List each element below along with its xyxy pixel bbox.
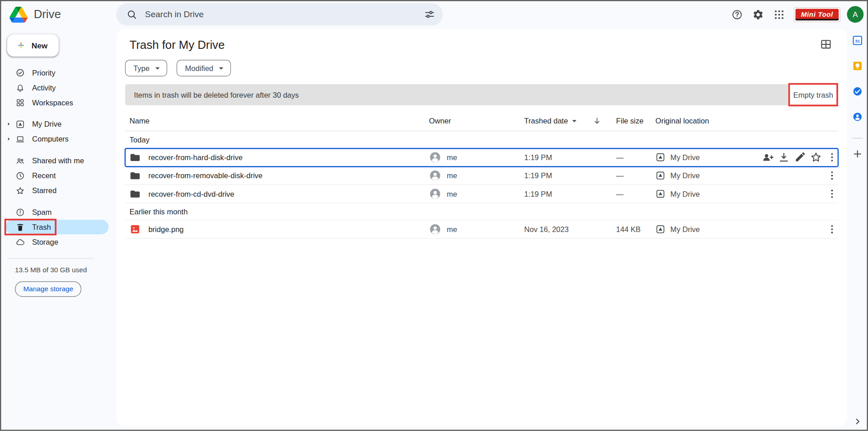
table-body: Todayrecover-from-hard-disk-driveme1:19 … — [125, 131, 838, 239]
search-bar[interactable] — [116, 3, 443, 25]
calendar-icon[interactable]: 31 — [852, 35, 863, 46]
folder-icon — [130, 170, 141, 181]
expand-caret-icon[interactable] — [6, 136, 11, 142]
grid-view-toggle-button[interactable] — [819, 38, 832, 51]
rename-icon[interactable] — [794, 151, 806, 163]
file-name: recover-from-cd-dvd-drive — [148, 189, 234, 198]
spam-icon — [15, 208, 25, 217]
sidebar-item-activity[interactable]: Activity — [5, 81, 108, 95]
sidebar-item-shared-with-me[interactable]: Shared with me — [5, 153, 108, 168]
owner-name: me — [447, 225, 457, 233]
more-options-icon[interactable] — [826, 223, 838, 235]
get-addons-button[interactable] — [852, 148, 863, 159]
file-row[interactable]: recover-from-removable-disk-driveme1:19 … — [125, 167, 838, 185]
sidebar-item-my-drive[interactable]: My Drive — [5, 117, 108, 131]
original-location-name: My Drive — [670, 225, 700, 233]
search-options-button[interactable] — [421, 5, 439, 23]
top-bar-actions: Mini Tool A — [726, 0, 864, 29]
more-options-icon[interactable] — [826, 188, 838, 200]
sidebar-item-workspaces[interactable]: Workspaces — [5, 95, 108, 110]
bell-icon — [15, 83, 25, 92]
new-button[interactable]: New — [7, 34, 59, 57]
type-filter-label: Type — [133, 64, 150, 72]
sidebar-item-label: Storage — [32, 238, 58, 246]
account-avatar[interactable]: A — [847, 6, 863, 23]
storage-usage-text: 13.5 MB of 30 GB used — [15, 266, 116, 274]
star-icon[interactable] — [810, 151, 822, 163]
table-header: Name Owner Trashed date File size Origin… — [125, 111, 838, 131]
sidebar-nav: PriorityActivityWorkspacesMy DriveComput… — [0, 65, 116, 249]
google-apps-button[interactable] — [769, 4, 790, 25]
type-filter-chip[interactable]: Type — [125, 60, 167, 76]
sort-direction-arrow-icon[interactable] — [592, 116, 602, 126]
show-side-panel-button[interactable] — [852, 416, 863, 427]
sidebar-item-computers[interactable]: Computers — [5, 132, 108, 146]
sidebar-item-starred[interactable]: Starred — [5, 183, 108, 198]
google-drive-window: Drive Mini Tool A — [0, 0, 868, 431]
sidebar-item-label: Workspaces — [32, 98, 73, 106]
trashed-date: 1:19 PM — [524, 189, 616, 198]
column-header-trashed-label: Trashed date — [524, 117, 568, 125]
search-button[interactable] — [123, 5, 141, 23]
expand-caret-icon[interactable] — [6, 121, 11, 127]
column-header-owner[interactable]: Owner — [429, 117, 524, 125]
modified-filter-chip[interactable]: Modified — [177, 60, 231, 76]
minitool-extension-badge[interactable]: Mini Tool — [794, 7, 840, 22]
my-drive-location-icon — [656, 224, 665, 234]
sidebar-item-recent[interactable]: Recent — [5, 168, 108, 183]
file-row[interactable]: recover-from-hard-disk-driveme1:19 PM—My… — [125, 148, 838, 166]
column-header-file-size[interactable]: File size — [616, 117, 656, 125]
drive-logo-icon — [9, 6, 28, 23]
sidebar-item-spam[interactable]: Spam — [5, 205, 108, 219]
file-name: recover-from-removable-disk-drive — [148, 171, 263, 180]
top-bar: Drive Mini Tool A — [0, 0, 868, 29]
workspaces-icon — [15, 98, 25, 107]
file-row[interactable]: bridge.pngmeNov 16, 2023144 KBMy Drive — [125, 220, 838, 238]
sidebar-item-trash[interactable]: Trash — [5, 220, 108, 234]
chevron-down-icon — [153, 63, 162, 73]
sidebar-item-storage[interactable]: Storage — [5, 235, 108, 249]
column-header-location-label: Original location — [656, 117, 709, 125]
column-header-name[interactable]: Name — [125, 117, 429, 125]
manage-storage-button[interactable]: Manage storage — [15, 281, 81, 297]
original-location-name: My Drive — [670, 189, 700, 198]
rail-divider — [852, 138, 863, 138]
empty-trash-button[interactable]: Empty trash — [788, 83, 838, 106]
sidebar-item-priority[interactable]: Priority — [5, 65, 108, 80]
trashed-date: Nov 16, 2023 — [524, 225, 616, 233]
right-rail-apps: 31 — [852, 35, 863, 137]
owner-avatar-icon — [429, 170, 441, 182]
more-options-icon[interactable] — [826, 151, 838, 163]
trash-icon — [15, 223, 25, 232]
file-row[interactable]: recover-from-cd-dvd-driveme1:19 PM—My Dr… — [125, 185, 838, 203]
trashed-date: 1:19 PM — [524, 171, 616, 180]
trash-banner-row: Items in trash will be deleted forever a… — [125, 84, 838, 105]
sidebar-divider — [7, 258, 94, 259]
sidebar-item-label: Trash — [32, 223, 51, 231]
settings-button[interactable] — [747, 4, 769, 25]
date-section-label: Today — [125, 131, 838, 148]
date-section-label: Earlier this month — [125, 203, 838, 220]
drive-logo[interactable]: Drive — [9, 0, 61, 29]
column-header-original-location[interactable]: Original location — [656, 117, 754, 125]
add-person-icon[interactable] — [762, 151, 774, 163]
sidebar-item-label: Starred — [32, 186, 57, 194]
owner-avatar-icon — [429, 188, 441, 200]
download-icon[interactable] — [778, 151, 790, 163]
priority-icon — [15, 68, 25, 77]
more-options-icon[interactable] — [826, 170, 838, 182]
keep-icon[interactable] — [852, 60, 863, 71]
folder-icon — [130, 152, 141, 163]
contacts-icon[interactable] — [852, 111, 863, 122]
grid-view-icon — [820, 38, 832, 50]
folder-icon — [130, 188, 141, 199]
file-size: 144 KB — [616, 225, 656, 233]
chevron-right-icon — [852, 416, 863, 427]
help-button[interactable] — [726, 4, 748, 25]
my-drive-location-icon — [656, 171, 665, 180]
sort-caret-icon — [570, 116, 579, 126]
search-input[interactable] — [145, 3, 416, 25]
tasks-icon[interactable] — [852, 86, 863, 97]
column-header-trashed-date[interactable]: Trashed date — [524, 116, 616, 126]
owner-avatar-icon — [429, 151, 441, 163]
